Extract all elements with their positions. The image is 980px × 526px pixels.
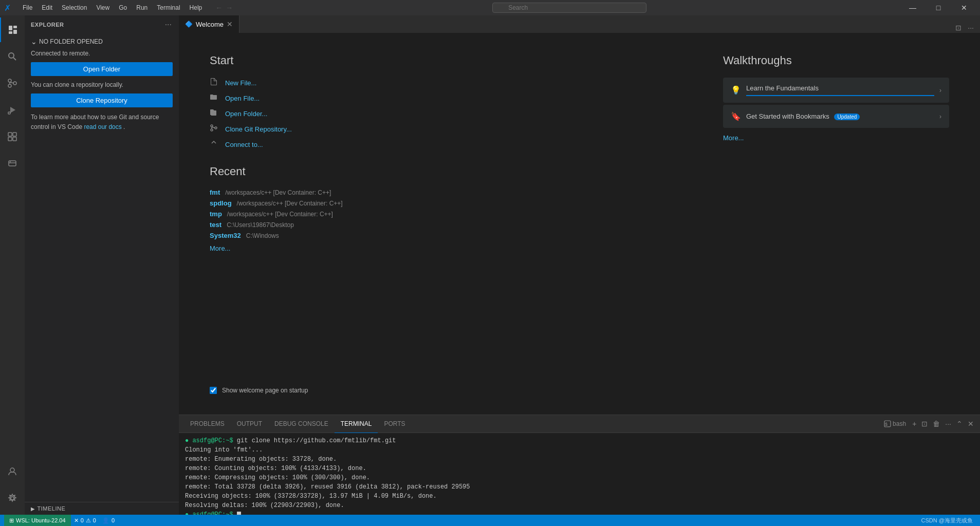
svg-rect-17 (9, 161, 16, 166)
terminal-close-button[interactable]: ✕ (967, 419, 975, 429)
show-welcome-label: Show welcome page on startup (222, 387, 308, 394)
vscode-logo-icon: ✗ (4, 3, 14, 13)
open-folder-item[interactable]: Open Folder... (210, 108, 692, 119)
menu-edit[interactable]: Edit (38, 3, 57, 12)
terminal-trash-button[interactable]: 🗑 (932, 419, 941, 429)
recent-item-spdlog[interactable]: spdlog /workspaces/c++ [Dev Container: C… (210, 199, 692, 207)
main-layout: EXPLORER ··· NO FOLDER OPENED Connected … (0, 15, 980, 515)
svg-point-19 (10, 161, 11, 162)
recent-item-test[interactable]: test C:\Users\19867\Desktop (210, 221, 692, 229)
start-section-title: Start (210, 54, 692, 67)
terminal-more-button[interactable]: ··· (944, 419, 952, 429)
clone-repository-button[interactable]: Clone Repository (31, 93, 173, 107)
tab-ports[interactable]: PORTS (378, 415, 411, 433)
tab-debug-console[interactable]: DEBUG CONSOLE (268, 415, 335, 433)
recent-name-test: test (210, 221, 221, 229)
remote-status[interactable]: ⊞ WSL: Ubuntu-22.04 (4, 515, 71, 526)
menu-run[interactable]: Run (132, 3, 152, 12)
open-file-item[interactable]: Open File... (210, 93, 692, 103)
open-file-icon (210, 93, 220, 103)
recent-path-fmt: /workspaces/c++ [Dev Container: C++] (225, 189, 331, 196)
menu-selection[interactable]: Selection (58, 3, 91, 12)
activity-extensions[interactable] (0, 124, 25, 149)
menu-help[interactable]: Help (186, 3, 207, 12)
timeline-header[interactable]: TIMELINE (31, 505, 173, 512)
menu-terminal[interactable]: Terminal (153, 3, 184, 12)
walkthrough-fundamentals-title: Learn the Fundamentals (746, 84, 819, 92)
clone-git-item[interactable]: Clone Git Repository... (210, 124, 692, 134)
terminal-add-button[interactable]: + (911, 419, 917, 429)
walkthrough-bookmarks-text: Get Started with Bookmarks Updated (746, 112, 934, 120)
terminal-line-2: Cloning into 'fmt'... (185, 445, 974, 455)
maximize-button[interactable]: □ (927, 0, 950, 15)
sidebar-content: NO FOLDER OPENED Connected to remote. Op… (25, 33, 179, 502)
activity-explorer[interactable] (0, 17, 25, 42)
show-welcome-checkbox[interactable] (210, 387, 217, 394)
recent-path-spdlog: /workspaces/c++ [Dev Container: C++] (237, 200, 343, 207)
nav-forward-icon[interactable]: → (225, 4, 234, 12)
sidebar-more-button[interactable]: ··· (164, 19, 173, 30)
welcome-page: Start New File... Open File... (179, 33, 980, 415)
svg-rect-12 (8, 112, 10, 114)
walkthroughs-more-link[interactable]: More... (723, 134, 949, 142)
activity-bar-bottom (0, 459, 25, 515)
svg-marker-11 (10, 107, 15, 113)
activity-settings[interactable] (0, 486, 25, 511)
open-folder-button[interactable]: Open Folder (31, 62, 173, 76)
sidebar-title: EXPLORER (31, 22, 64, 28)
svg-point-20 (10, 468, 14, 472)
menu-file[interactable]: File (19, 3, 36, 12)
info-status[interactable]: 👤 0 (99, 515, 118, 526)
editor-actions-button[interactable]: ··· (966, 23, 976, 33)
term-output-4: remote: Counting objects: 100% (4133/413… (185, 465, 366, 472)
read-docs-link[interactable]: read our docs (84, 123, 121, 130)
menu-go[interactable]: Go (115, 3, 131, 12)
recent-more-link[interactable]: More... (210, 245, 230, 252)
terminal-split-button[interactable]: ⊡ (920, 419, 929, 429)
welcome-footer: Show welcome page on startup (210, 377, 949, 394)
activity-remote[interactable] (0, 151, 25, 176)
person-icon: 👤 (102, 517, 109, 524)
new-file-label: New File... (225, 79, 256, 87)
menu-view[interactable]: View (92, 3, 114, 12)
recent-name-tmp: tmp (210, 210, 222, 218)
tab-terminal[interactable]: TERMINAL (335, 415, 378, 433)
recent-item-fmt[interactable]: fmt /workspaces/c++ [Dev Container: C++] (210, 189, 692, 196)
search-input[interactable] (492, 3, 646, 13)
terminal-maximize-button[interactable]: ⌃ (955, 419, 964, 429)
activity-search[interactable] (0, 44, 25, 69)
terminal-line-5: remote: Compressing objects: 100% (300/3… (185, 473, 974, 482)
open-folder-icon (210, 108, 220, 119)
nav-back-icon[interactable]: ← (214, 4, 224, 12)
timeline-section: TIMELINE (25, 502, 179, 515)
new-file-item[interactable]: New File... (210, 78, 692, 88)
svg-rect-16 (13, 137, 16, 141)
open-file-label: Open File... (225, 95, 260, 102)
connect-to-item[interactable]: Connect to... (210, 139, 692, 149)
walkthrough-bookmarks[interactable]: 🔖 Get Started with Bookmarks Updated › (723, 105, 949, 128)
tab-close-button[interactable]: ✕ (227, 20, 233, 28)
errors-status[interactable]: ✕ 0 ⚠ 0 (71, 515, 99, 526)
close-button[interactable]: ✕ (952, 0, 976, 15)
tab-problems[interactable]: PROBLEMS (184, 415, 231, 433)
bookmarks-icon: 🔖 (731, 111, 741, 121)
activity-run-debug[interactable] (0, 98, 25, 122)
term-output-8: Resolving deltas: 100% (22903/22903), do… (185, 502, 344, 509)
activity-source-control[interactable] (0, 71, 25, 96)
split-editor-button[interactable]: ⊡ (953, 23, 964, 33)
terminal-content[interactable]: ● asdfg@PC:~$ git clone https://github.c… (179, 433, 980, 515)
svg-point-22 (211, 125, 213, 127)
tab-output[interactable]: OUTPUT (231, 415, 268, 433)
svg-point-6 (8, 79, 11, 82)
svg-rect-2 (13, 30, 17, 34)
open-folder-label: Open Folder... (225, 110, 267, 118)
recent-item-system32[interactable]: System32 C:\Windows (210, 232, 692, 239)
walkthroughs-title: Walkthroughs (723, 54, 949, 67)
error-icon: ✕ (74, 517, 79, 524)
activity-account[interactable] (0, 459, 25, 484)
walkthrough-fundamentals[interactable]: 💡 Learn the Fundamentals › (723, 78, 949, 103)
minimize-button[interactable]: — (901, 0, 924, 15)
tab-welcome[interactable]: 🔷 Welcome ✕ (179, 15, 239, 33)
no-folder-label: NO FOLDER OPENED (31, 37, 173, 46)
recent-item-tmp[interactable]: tmp /workspaces/c++ [Dev Container: C++] (210, 210, 692, 218)
